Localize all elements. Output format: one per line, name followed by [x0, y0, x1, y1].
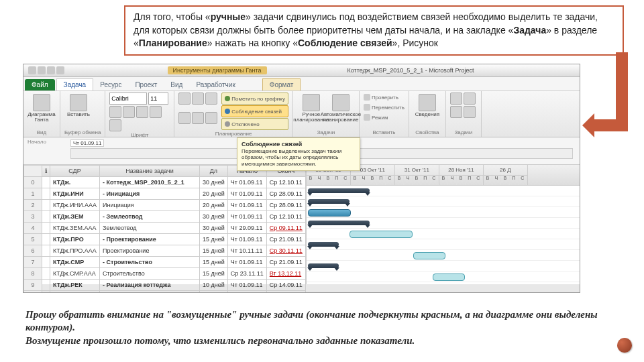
- move-button[interactable]: Переместить: [364, 103, 405, 112]
- tab-project[interactable]: Проект: [128, 79, 164, 90]
- task-bar[interactable]: [413, 252, 445, 259]
- paste-button[interactable]: Вставить: [64, 93, 93, 117]
- summary-bar[interactable]: [308, 199, 350, 204]
- gantt-chart-button[interactable]: Диаграмма Ганта: [28, 93, 56, 123]
- gantt-row[interactable]: [307, 218, 580, 229]
- task-bar[interactable]: [308, 209, 351, 217]
- info-text: Для того, чтобы «: [133, 11, 211, 22]
- font-size-select[interactable]: [148, 93, 168, 105]
- timeline-start-date: Чт 01.09.11: [70, 139, 104, 147]
- gantt-row[interactable]: [307, 229, 580, 239]
- table-row[interactable]: 6КТДж.ПРО.АААПроектирование15 днейЧт 10.…: [24, 245, 306, 257]
- gantt-chart[interactable]: 05 Сен '11ВЧВПС03 Окт '11ВЧВПС31 Окт '11…: [306, 165, 580, 284]
- summary-bar[interactable]: [308, 242, 339, 247]
- task-bar[interactable]: [350, 231, 413, 238]
- table-row[interactable]: 9КТДж.РЕК- Реализация коттеджа10 днейЧт …: [24, 280, 306, 291]
- task-bar[interactable]: [433, 274, 465, 281]
- respect-links-tooltip: Соблюдение связей Перемещение выделенных…: [237, 137, 360, 171]
- ribbon-group-font: Шрифт: [105, 91, 174, 137]
- tab-file[interactable]: Файл: [25, 79, 55, 90]
- tab-format[interactable]: Формат: [262, 78, 301, 90]
- auto-schedule-button[interactable]: Автоматическое планирование: [327, 93, 355, 123]
- respect-links-button[interactable]: Соблюдение связей: [221, 105, 288, 117]
- inactivate-button[interactable]: Отключено: [221, 118, 288, 130]
- title-bar: Инструменты диаграммы Ганта Коттедж_MSP_…: [23, 64, 580, 77]
- col-wbs[interactable]: СДР: [50, 166, 100, 177]
- tab-developer[interactable]: Разработчик: [189, 79, 241, 90]
- window-title: Коттедж_MSP_2010_5_2_1 - Microsoft Proje…: [347, 67, 474, 74]
- gantt-row[interactable]: [307, 250, 580, 261]
- ribbon-group-insert: Проверить Переместить Режим Вставить: [360, 91, 409, 137]
- table-row[interactable]: 3КТДж.ЗЕМ- Землеотвод30 днейЧт 01.09.11С…: [24, 211, 306, 223]
- table-row[interactable]: 1КТДж.ИНИ- Инициация20 днейЧт 01.09.11Ср…: [24, 188, 306, 200]
- tab-resource[interactable]: Ресурс: [93, 79, 128, 90]
- gantt-row[interactable]: [307, 282, 580, 284]
- summary-bar[interactable]: [308, 188, 370, 193]
- table-row[interactable]: 0КТДж.- Коттедж_MSP_2010_5_2_130 днейЧт …: [24, 177, 306, 188]
- summary-bar[interactable]: [308, 263, 339, 268]
- col-name[interactable]: Название задачи: [100, 166, 200, 177]
- timeline-pane[interactable]: Начало Чт 01.09.11 Соблюдение связей Пер…: [23, 137, 580, 165]
- summary-bar[interactable]: [308, 221, 370, 225]
- gantt-row[interactable]: [307, 186, 580, 196]
- table-row[interactable]: 10КТДж.РЕК.АААРеализация коттеджа10 дней…: [24, 291, 306, 294]
- gantt-row[interactable]: [307, 261, 580, 272]
- ribbon-group-editing: Задачи: [446, 91, 482, 137]
- font-style-buttons[interactable]: [109, 106, 170, 131]
- tooltip-title: Соблюдение связей: [241, 141, 302, 147]
- col-duration[interactable]: Дл: [200, 166, 228, 177]
- quick-access-toolbar[interactable]: [28, 66, 64, 74]
- tooltip-body: Перемещение выделенных задач таким образ…: [241, 148, 341, 167]
- slide-number-badge: [617, 338, 632, 353]
- task-grid: ℹ СДР Название задачи Дл Начало Оконч 0К…: [23, 165, 580, 284]
- ribbon-group-schedule: Пометить по графику Соблюдение связей От…: [174, 91, 293, 137]
- mode-button[interactable]: Режим: [364, 113, 405, 122]
- task-table[interactable]: ℹ СДР Название задачи Дл Начало Оконч 0К…: [23, 165, 306, 293]
- gantt-row[interactable]: [307, 239, 580, 250]
- gantt-row[interactable]: [307, 207, 580, 218]
- ribbon: Диаграмма Ганта Вид Вставить Буфер обмен…: [23, 91, 580, 137]
- table-row[interactable]: 7КТДж.СМР- Строительство15 днейЧт 01.09.…: [24, 257, 306, 268]
- table-row[interactable]: 5КТДж.ПРО- Проектирование15 днейЧт 01.09…: [24, 234, 306, 245]
- ribbon-group-tasks: Ручное планирование Автоматическое плани…: [293, 91, 360, 137]
- tab-view[interactable]: Вид: [164, 79, 189, 90]
- callout-arrow: [594, 52, 628, 139]
- table-row[interactable]: 2КТДж.ИНИ.АААИнициация20 днейЧт 01.09.11…: [24, 200, 306, 211]
- font-family-select[interactable]: [109, 93, 147, 105]
- table-row[interactable]: 8КТДж.СМР.АААСтроительство15 днейСр 23.1…: [24, 268, 306, 280]
- footer-note: Прошу обратить внимание на "возмущенные"…: [25, 308, 610, 348]
- ribbon-tabs: Файл Задача Ресурс Проект Вид Разработчи…: [23, 77, 580, 91]
- info-bold: ручные: [211, 11, 246, 22]
- col-info[interactable]: ℹ: [42, 166, 50, 177]
- ms-project-window: Инструменты диаграммы Ганта Коттедж_MSP_…: [23, 64, 580, 293]
- ribbon-group-properties: Сведения Свойства: [409, 91, 446, 137]
- ribbon-group-clipboard: Вставить Буфер обмена: [60, 91, 105, 137]
- instruction-box: Для того, чтобы «ручные» задачи сдвинули…: [124, 5, 624, 56]
- gantt-row[interactable]: [307, 272, 580, 282]
- inspect-button[interactable]: Проверить: [364, 93, 405, 102]
- ribbon-group-view: Диаграмма Ганта Вид: [23, 91, 60, 137]
- tab-task[interactable]: Задача: [56, 78, 94, 90]
- table-row[interactable]: 4КТДж.ЗЕМ.АААЗемлеотвод30 днейЧт 29.09.1…: [24, 223, 306, 234]
- context-tab-label: Инструменты диаграммы Ганта: [168, 66, 267, 74]
- information-button[interactable]: Сведения: [413, 93, 441, 117]
- indent-buttons[interactable]: [178, 93, 219, 130]
- mark-on-track-button[interactable]: Пометить по графику: [221, 93, 288, 105]
- gantt-row[interactable]: [307, 196, 580, 207]
